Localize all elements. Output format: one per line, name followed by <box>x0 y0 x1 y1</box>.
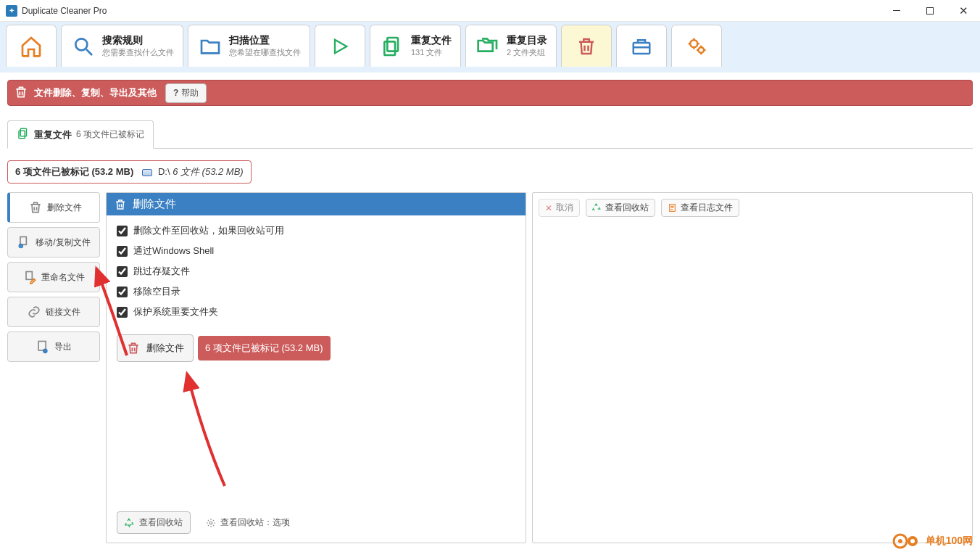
briefcase-icon <box>628 33 655 59</box>
delete-action-tab[interactable] <box>561 25 612 67</box>
side-delete-label: 删除文件 <box>47 202 82 214</box>
side-actions: 删除文件 移动/复制文件 重命名文件 链接文件 导出 <box>7 192 100 543</box>
side-link-button[interactable]: 链接文件 <box>7 297 100 327</box>
close-button[interactable]: ✕ <box>947 0 980 22</box>
home-icon <box>18 33 44 59</box>
right-view-recycle-button[interactable]: 查看回收站 <box>586 199 655 217</box>
dup-files-sub: 131 文件 <box>411 47 452 58</box>
drive-icon <box>142 169 152 176</box>
dup-folders-tab[interactable]: 重复目录 2 文件夹组 <box>465 25 557 67</box>
tools-button[interactable] <box>616 25 667 67</box>
right-view-recycle-label: 查看回收站 <box>605 202 649 214</box>
svg-rect-10 <box>26 272 32 280</box>
window-controls: ✕ <box>880 0 980 22</box>
search-rules-sub: 您需要查找什么文件 <box>102 47 174 58</box>
recycle-options-button[interactable]: 查看回收站：选项 <box>198 511 298 534</box>
opt-skip-suspect[interactable]: 跳过存疑文件 <box>117 265 515 278</box>
side-rename-button[interactable]: 重命名文件 <box>7 262 100 292</box>
rename-icon <box>22 270 37 284</box>
drive-files: 6 文件 (53.2 MB) <box>173 166 244 177</box>
drive-info: D:\ 6 文件 (53.2 MB) <box>142 165 243 178</box>
maximize-button[interactable] <box>913 0 947 22</box>
side-move-copy-button[interactable]: 移动/复制文件 <box>7 227 100 258</box>
view-log-button[interactable]: 查看日志文件 <box>661 199 739 217</box>
settings-button[interactable] <box>671 25 722 67</box>
minimize-button[interactable] <box>880 0 913 22</box>
view-recycle-button[interactable]: 查看回收站 <box>117 511 191 534</box>
delete-panel: 删除文件 删除文件至回收站，如果回收站可用 通过Windows Shell 跳过… <box>106 192 526 543</box>
files-icon <box>17 127 30 142</box>
view-recycle-label: 查看回收站 <box>139 516 183 529</box>
delete-panel-title: 删除文件 <box>133 197 176 211</box>
run-scan-button[interactable] <box>315 25 365 67</box>
opt-windows-shell-checkbox[interactable] <box>117 246 128 257</box>
gear-icon <box>206 518 216 528</box>
drive-path: D:\ <box>158 166 170 177</box>
scan-location-title: 扫描位置 <box>229 34 301 47</box>
folders-icon <box>475 33 501 59</box>
opt-remove-empty-checkbox[interactable] <box>117 287 128 297</box>
side-export-button[interactable]: 导出 <box>7 331 100 362</box>
opt-recycle-bin-checkbox[interactable] <box>117 226 128 236</box>
opt-protect-system[interactable]: 保护系统重要文件夹 <box>117 305 515 318</box>
side-move-copy-label: 移动/复制文件 <box>36 236 90 249</box>
sub-tab-dup-files[interactable]: 重复文件 6 项文件已被标记 <box>7 120 154 149</box>
watermark-text: 单机100网 <box>926 535 973 548</box>
cancel-button[interactable]: ✕ 取消 <box>539 199 580 217</box>
app-title: Duplicate Cleaner Pro <box>22 6 880 16</box>
delete-action-row: 删除文件 6 项文件已被标记 (53.2 MB) <box>117 334 515 362</box>
cancel-icon: ✕ <box>545 203 552 213</box>
scan-location-tab[interactable]: 扫描位置 您希望在哪查找文件 <box>188 25 310 67</box>
trash-icon <box>126 341 141 355</box>
svg-rect-6 <box>20 128 26 136</box>
recycle-icon <box>592 203 602 213</box>
status-bar: 6 项文件已被标记 (53.2 MB) D:\ 6 文件 (53.2 MB) <box>7 160 252 184</box>
sub-tab-info: 6 项文件已被标记 <box>76 128 144 141</box>
delete-files-label: 删除文件 <box>146 342 184 355</box>
help-button[interactable]: ? 帮助 <box>165 83 207 103</box>
delete-panel-header: 删除文件 <box>107 193 526 215</box>
side-export-label: 导出 <box>54 341 72 353</box>
svg-point-0 <box>75 38 87 50</box>
opt-windows-shell[interactable]: 通过Windows Shell <box>117 244 515 258</box>
opt-recycle-bin[interactable]: 删除文件至回收站，如果回收站可用 <box>117 224 515 237</box>
opt-protect-system-checkbox[interactable] <box>117 307 128 318</box>
svg-rect-2 <box>384 41 395 55</box>
dup-files-tab[interactable]: 重复文件 131 文件 <box>370 25 461 67</box>
log-icon <box>668 203 677 213</box>
search-rules-tab[interactable]: 搜索规则 您需要查找什么文件 <box>61 25 183 67</box>
main-layout: 删除文件 移动/复制文件 重命名文件 链接文件 导出 删除 <box>7 192 973 543</box>
files-icon <box>379 33 405 59</box>
dup-files-title: 重复文件 <box>411 34 452 47</box>
watermark: 单机100网 <box>892 533 973 549</box>
trash-icon <box>14 85 28 102</box>
main-toolbar: 搜索规则 您需要查找什么文件 扫描位置 您希望在哪查找文件 重复文件 131 文… <box>0 22 980 73</box>
content-area: 文件删除、复制、导出及其他 ? 帮助 重复文件 6 项文件已被标记 6 项文件已… <box>0 73 980 552</box>
svg-point-17 <box>910 539 915 543</box>
dup-folders-title: 重复目录 <box>507 34 547 47</box>
right-panel-buttons: ✕ 取消 查看回收站 查看日志文件 <box>539 199 966 217</box>
view-log-label: 查看日志文件 <box>681 202 733 214</box>
link-icon <box>27 305 41 319</box>
delete-files-button[interactable]: 删除文件 <box>117 334 194 362</box>
recycle-icon <box>125 518 135 528</box>
marked-count: 6 项文件已被标记 (53.2 MB) <box>15 165 133 178</box>
delete-files-badge: 6 项文件已被标记 (53.2 MB) <box>198 336 331 361</box>
svg-point-13 <box>209 522 212 524</box>
action-header: 文件删除、复制、导出及其他 ? 帮助 <box>7 80 973 106</box>
trash-icon <box>28 200 43 215</box>
svg-point-5 <box>699 47 705 53</box>
search-rules-title: 搜索规则 <box>102 34 174 47</box>
home-button[interactable] <box>6 25 57 67</box>
sub-tab-bar: 重复文件 6 项文件已被标记 <box>7 120 973 149</box>
opt-remove-empty[interactable]: 移除空目录 <box>117 285 515 298</box>
side-delete-button[interactable]: 删除文件 <box>7 192 100 223</box>
scan-location-sub: 您希望在哪查找文件 <box>229 47 301 58</box>
trash-icon <box>114 198 127 211</box>
panel-bottom-buttons: 查看回收站 查看回收站：选项 <box>117 482 515 534</box>
folder-icon <box>197 33 223 59</box>
gear-icon <box>684 33 710 59</box>
sub-tab-title: 重复文件 <box>34 128 72 141</box>
opt-skip-suspect-checkbox[interactable] <box>117 266 128 277</box>
help-icon: ? <box>173 88 178 98</box>
